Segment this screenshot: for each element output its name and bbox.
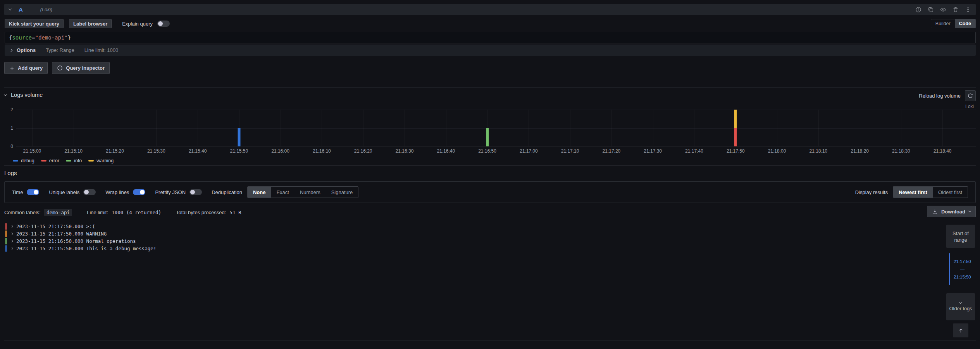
- range-separator: —: [960, 267, 965, 272]
- toggle-unique-labels[interactable]: [83, 189, 96, 195]
- drag-handle-icon[interactable]: [965, 7, 971, 13]
- x-tick-label: 21:17:10: [561, 148, 579, 154]
- y-tick-label: 2: [10, 107, 13, 112]
- toggle-control-prettify-json: Prettify JSON: [155, 189, 202, 195]
- display-order-options: Newest firstOldest first: [893, 186, 968, 198]
- total-bytes-value: 51 B: [229, 210, 241, 215]
- options-expand-icon[interactable]: [9, 48, 12, 52]
- query-ref-id: A: [19, 6, 23, 13]
- explain-query-control: Explain query: [122, 21, 170, 27]
- common-labels-label: Common labels:: [4, 210, 41, 215]
- logs-volume-collapse-icon[interactable]: [4, 93, 7, 96]
- volume-bar-21-16-50: [486, 128, 489, 147]
- line-limit-label: Line limit:: [87, 210, 108, 215]
- legend-item-warning[interactable]: warning: [88, 158, 114, 163]
- query-row-body: Kick start your query Label browser Expl…: [4, 19, 976, 56]
- grid-line-v: [74, 110, 74, 146]
- log-row-debug[interactable]: 2023-11-15 21:15:50.000 This is a debug …: [4, 245, 976, 252]
- log-expand-icon[interactable]: [10, 225, 13, 228]
- query-code-editor[interactable]: {source="demo-api"}: [5, 32, 976, 43]
- x-tick-label: 21:16:10: [313, 148, 331, 154]
- grid-line-v: [32, 110, 33, 146]
- order-newest-first[interactable]: Newest first: [893, 187, 933, 198]
- toggle-label-prettify-json: Prettify JSON: [155, 189, 186, 195]
- toggle-wrap-lines[interactable]: [133, 189, 145, 195]
- common-labels-value: demo-api: [44, 209, 72, 216]
- total-bytes-label: Total bytes processed:: [176, 210, 226, 215]
- refresh-icon[interactable]: [965, 90, 976, 101]
- bar-segment-debug: [238, 128, 240, 147]
- logs-volume-header[interactable]: Logs volume: [4, 90, 976, 100]
- query-inspector-button[interactable]: Query inspector: [52, 62, 110, 74]
- explain-query-toggle[interactable]: [157, 21, 170, 27]
- kick-start-query-button[interactable]: Kick start your query: [5, 19, 64, 28]
- mode-code[interactable]: Code: [955, 19, 975, 28]
- editor-mode-switcher: BuilderCode: [931, 19, 976, 28]
- query-inspector-label: Query inspector: [66, 65, 105, 71]
- grid-line-v: [115, 110, 115, 146]
- log-expand-icon[interactable]: [10, 232, 13, 235]
- log-expand-icon[interactable]: [10, 247, 13, 250]
- visible-range-indicator[interactable]: 21:17:50 — 21:15:50: [946, 253, 975, 285]
- order-oldest-first[interactable]: Oldest first: [933, 187, 968, 198]
- legend-item-error[interactable]: error: [41, 158, 59, 163]
- explore-page: A (Loki): [0, 0, 980, 349]
- legend-label-warning: warning: [96, 158, 114, 163]
- line-limit-value: 1000 (4 returned): [112, 210, 161, 215]
- scroll-to-top-button[interactable]: [953, 323, 968, 337]
- start-of-range-button[interactable]: Start of range: [946, 225, 975, 248]
- chart-legend: debugerrorinfowarning: [13, 157, 976, 164]
- grid-line-v: [611, 110, 612, 146]
- older-logs-button[interactable]: Older logs: [946, 293, 975, 320]
- logs-panel: Logs TimeUnique labelsWrap linesPrettify…: [4, 165, 976, 340]
- deduplication-control: Deduplication NoneExactNumbersSignature: [212, 186, 358, 198]
- explain-query-label: Explain query: [122, 21, 153, 27]
- legend-item-debug[interactable]: debug: [13, 158, 34, 163]
- dedup-exact[interactable]: Exact: [271, 187, 295, 198]
- download-label: Download: [941, 209, 965, 215]
- label-browser-button[interactable]: Label browser: [69, 19, 112, 28]
- query-options-collapsed[interactable]: Options Type: Range Line limit: 1000: [5, 45, 976, 56]
- x-tick-label: 21:18:10: [809, 148, 827, 154]
- y-tick-label: 1: [10, 126, 13, 131]
- grid-line-h: [16, 110, 976, 110]
- toggle-time[interactable]: [27, 189, 39, 195]
- log-row-info[interactable]: 2023-11-15 21:16:50.000 Normal operation…: [4, 237, 976, 245]
- toggle-prettify-json[interactable]: [189, 189, 202, 195]
- log-toggles: TimeUnique labelsWrap linesPrettify JSON: [12, 189, 202, 195]
- log-row-warning[interactable]: 2023-11-15 21:17:50.000 WARNING: [4, 230, 976, 237]
- range-indicator-bar: [949, 253, 950, 285]
- log-expand-icon[interactable]: [10, 240, 13, 242]
- legend-label-debug: debug: [21, 158, 34, 163]
- range-from: 21:17:50: [954, 259, 971, 264]
- range-times: 21:17:50 — 21:15:50: [954, 259, 971, 280]
- add-query-label: Add query: [18, 65, 43, 71]
- logs-meta-row: Common labels: demo-api Line limit: 1000…: [4, 205, 976, 220]
- x-tick-label: 21:17:50: [727, 148, 745, 154]
- legend-label-error: error: [49, 158, 59, 163]
- copy-icon[interactable]: [928, 7, 934, 13]
- add-query-button[interactable]: Add query: [4, 62, 48, 74]
- collapse-query-icon[interactable]: [9, 7, 12, 10]
- log-row-error[interactable]: 2023-11-15 21:17:50.000 >:(: [4, 223, 976, 230]
- logs-volume-panel: Logs volume Reload log volume Loki 012 2…: [4, 87, 976, 164]
- eye-icon[interactable]: [940, 7, 946, 13]
- deduplication-options: NoneExactNumbersSignature: [247, 186, 358, 198]
- deduplication-label: Deduplication: [212, 189, 242, 195]
- display-results-label: Display results: [855, 189, 888, 195]
- legend-item-info[interactable]: info: [66, 158, 82, 163]
- x-tick-label: 21:17:30: [644, 148, 662, 154]
- query-row-header[interactable]: A (Loki): [4, 4, 976, 15]
- help-icon[interactable]: [915, 7, 921, 13]
- grid-line-v: [529, 110, 529, 146]
- dedup-none[interactable]: None: [248, 187, 271, 198]
- toggle-control-time: Time: [12, 189, 39, 195]
- dedup-numbers[interactable]: Numbers: [295, 187, 326, 198]
- trash-icon[interactable]: [952, 7, 959, 13]
- download-button[interactable]: Download: [927, 206, 976, 217]
- x-tick-label: 21:16:00: [271, 148, 289, 154]
- mode-builder[interactable]: Builder: [931, 19, 955, 28]
- grid-line-v: [860, 110, 860, 146]
- dedup-signature[interactable]: Signature: [326, 187, 358, 198]
- grid-line-v: [818, 110, 819, 146]
